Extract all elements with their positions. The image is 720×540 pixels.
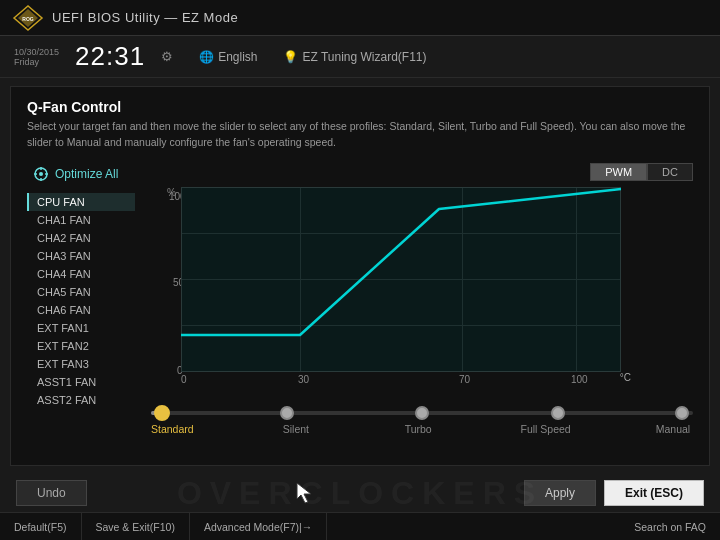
chart-area: PWM DC % 100 50 0 xyxy=(151,163,693,435)
language-area[interactable]: 🌐 English xyxy=(199,50,257,64)
ez-tuning-label: EZ Tuning Wizard(F11) xyxy=(302,50,426,64)
fan-items-container: CPU FANCHA1 FANCHA2 FANCHA3 FANCHA4 FANC… xyxy=(27,193,135,409)
fan-item-ext-fan2[interactable]: EXT FAN2 xyxy=(27,337,135,355)
fan-item-cha6-fan[interactable]: CHA6 FAN xyxy=(27,301,135,319)
optimize-all-button[interactable]: Optimize All xyxy=(27,163,135,185)
svg-point-4 xyxy=(39,172,43,176)
apply-button[interactable]: Apply xyxy=(524,480,596,506)
x-unit-label: °C xyxy=(620,372,631,383)
gear-icon-time[interactable]: ⚙ xyxy=(161,49,173,64)
pwm-dc-toggle: PWM DC xyxy=(151,163,693,181)
fan-item-cha2-fan[interactable]: CHA2 FAN xyxy=(27,229,135,247)
fan-item-ext-fan1[interactable]: EXT FAN1 xyxy=(27,319,135,337)
date-text: 10/30/2015 xyxy=(14,47,59,57)
footer-advanced[interactable]: Advanced Mode(F7)|→ xyxy=(190,513,327,540)
svg-marker-9 xyxy=(297,483,311,503)
slider-dot-manual[interactable] xyxy=(675,406,689,420)
slider-dot-fullspeed[interactable] xyxy=(551,406,565,420)
x-30-label: 30 xyxy=(298,374,309,385)
x-100-label: 100 xyxy=(571,374,588,385)
slider-label-silent: Silent xyxy=(276,423,316,435)
globe-icon: 🌐 xyxy=(199,50,214,64)
slider-label-manual: Manual xyxy=(653,423,693,435)
chart-svg xyxy=(181,187,621,372)
x-70-label: 70 xyxy=(459,374,470,385)
slider-label-standard: Standard xyxy=(151,423,194,435)
fan-item-cha4-fan[interactable]: CHA4 FAN xyxy=(27,265,135,283)
footer-bar: Default(F5) Save & Exit(F10) Advanced Mo… xyxy=(0,512,720,540)
pwm-button[interactable]: PWM xyxy=(590,163,647,181)
cursor-area xyxy=(95,481,516,505)
slider-dot-standard[interactable] xyxy=(154,405,170,421)
undo-button[interactable]: Undo xyxy=(16,480,87,506)
content-layout: Optimize All CPU FANCHA1 FANCHA2 FANCHA3… xyxy=(27,163,693,435)
logo-area: ROG UEFI BIOS Utility — EZ Mode xyxy=(10,4,238,32)
time-display: 22:31 xyxy=(75,41,145,72)
svg-text:ROG: ROG xyxy=(22,16,34,22)
optimize-icon xyxy=(33,166,49,182)
fan-list: Optimize All CPU FANCHA1 FANCHA2 FANCHA3… xyxy=(27,163,135,435)
dc-button[interactable]: DC xyxy=(647,163,693,181)
footer-save-exit[interactable]: Save & Exit(F10) xyxy=(82,513,190,540)
slider-label-fullspeed: Full Speed xyxy=(520,423,570,435)
fan-item-cha1-fan[interactable]: CHA1 FAN xyxy=(27,211,135,229)
slider-track[interactable] xyxy=(151,411,693,415)
fan-item-asst1-fan[interactable]: ASST1 FAN xyxy=(27,373,135,391)
ez-tuning-area[interactable]: 💡 EZ Tuning Wizard(F11) xyxy=(283,50,426,64)
fan-item-cha3-fan[interactable]: CHA3 FAN xyxy=(27,247,135,265)
header-bar: ROG UEFI BIOS Utility — EZ Mode xyxy=(0,0,720,36)
main-panel: Q-Fan Control Select your target fan and… xyxy=(10,86,710,466)
header-title: UEFI BIOS Utility — EZ Mode xyxy=(52,10,238,25)
slider-dot-silent[interactable] xyxy=(280,406,294,420)
language-label: English xyxy=(218,50,257,64)
fan-item-cha5-fan[interactable]: CHA5 FAN xyxy=(27,283,135,301)
bottom-bar: Undo Apply Exit (ESC) xyxy=(10,474,710,512)
fan-item-asst2-fan[interactable]: ASST2 FAN xyxy=(27,391,135,409)
slider-dot-turbo[interactable] xyxy=(415,406,429,420)
panel-description: Select your target fan and then move the… xyxy=(27,119,693,151)
fan-item-cpu-fan[interactable]: CPU FAN xyxy=(27,193,135,211)
chart-container: % 100 50 0 xyxy=(151,187,631,397)
fan-item-ext-fan3[interactable]: EXT FAN3 xyxy=(27,355,135,373)
slider-label-turbo: Turbo xyxy=(398,423,438,435)
asus-logo-icon: ROG xyxy=(10,4,46,32)
slider-labels: Standard Silent Turbo Full Speed Manual xyxy=(151,423,693,435)
cursor-icon xyxy=(295,481,315,505)
day-text: Friday xyxy=(14,57,59,67)
slider-area[interactable]: Standard Silent Turbo Full Speed Manual xyxy=(151,411,693,435)
lightbulb-icon: 💡 xyxy=(283,50,298,64)
timebar: 10/30/2015 Friday 22:31 ⚙ 🌐 English 💡 EZ… xyxy=(0,36,720,78)
optimize-all-label: Optimize All xyxy=(55,167,118,181)
footer-default[interactable]: Default(F5) xyxy=(0,513,82,540)
x-0-label: 0 xyxy=(181,374,187,385)
exit-button[interactable]: Exit (ESC) xyxy=(604,480,704,506)
footer-search-faq[interactable]: Search on FAQ xyxy=(620,513,720,540)
date-area: 10/30/2015 Friday xyxy=(14,47,59,67)
panel-title: Q-Fan Control xyxy=(27,99,693,115)
